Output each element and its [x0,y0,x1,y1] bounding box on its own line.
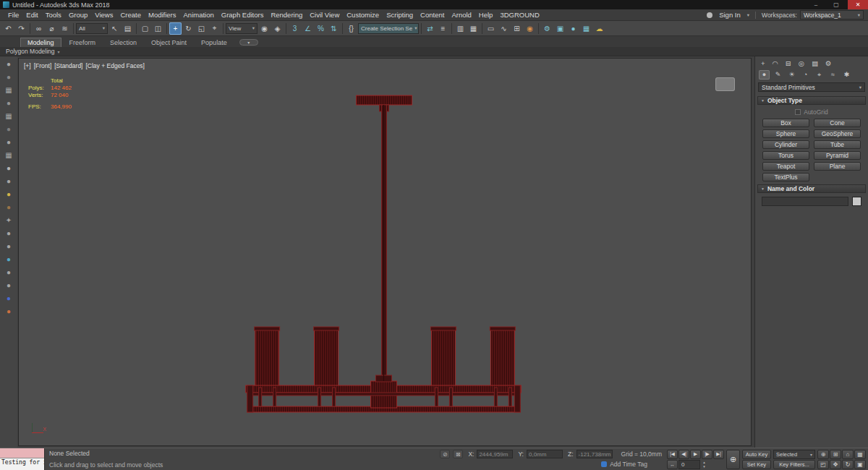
zoom-extents-icon[interactable]: ⌂ [842,450,854,459]
redo-icon[interactable]: ↷ [15,22,27,35]
menu-item-edit[interactable]: Edit [22,11,41,19]
primitive-button-cone[interactable]: Cone [814,119,861,127]
select-and-place-icon[interactable]: ⌖ [208,22,221,35]
tab-object-paint[interactable]: Object Paint [145,38,193,47]
left-toolbar-button[interactable] [4,215,14,225]
object-color-swatch[interactable] [852,197,861,206]
left-toolbar-button[interactable] [4,111,14,121]
primitive-button-textplus[interactable]: TextPlus [762,173,809,181]
menu-item-modifiers[interactable]: Modifiers [145,11,180,19]
y-coordinate-field[interactable]: 0,0mm [527,450,563,458]
current-frame-field[interactable]: 0 [678,460,700,469]
viewport-menu-general[interactable]: [+] [24,62,31,69]
primitive-button-cylinder[interactable]: Cylinder [762,140,809,149]
isolate-selection-icon[interactable]: ⊘ [440,450,450,458]
left-toolbar-button[interactable] [4,85,14,95]
spacewarps-category-icon[interactable]: ≈ [827,70,838,80]
add-time-tag-button[interactable]: Add Time Tag [601,461,647,468]
left-toolbar-button[interactable] [4,228,14,238]
menu-item-scripting[interactable]: Scripting [383,11,417,19]
z-coordinate-field[interactable]: -121,738mm [576,450,613,458]
menu-item-rendering[interactable]: Rendering [267,11,306,19]
viewport-menu-pov[interactable]: [Front] [34,62,52,69]
systems-category-icon[interactable]: ✱ [841,70,852,80]
menu-item-tools[interactable]: Tools [42,11,65,19]
zoom-icon[interactable]: ⊕ [817,450,829,459]
percent-snap-icon[interactable]: % [315,22,327,35]
lights-category-icon[interactable]: ☀ [786,70,797,80]
left-toolbar-button[interactable] [4,254,14,264]
set-key-button[interactable]: Set Key [742,460,771,469]
autogrid-checkbox[interactable] [795,109,801,115]
left-toolbar-button[interactable] [4,280,14,290]
left-toolbar-button[interactable] [4,72,14,82]
key-filters-button[interactable]: Key Filters... [773,460,815,469]
polygon-modeling-panel[interactable]: Polygon Modeling [6,48,55,55]
select-object-icon[interactable]: ↖ [109,22,121,35]
menu-item-create[interactable]: Create [116,11,145,19]
spinner-snap-icon[interactable]: ⇅ [328,22,340,35]
angle-snap-icon[interactable]: ∠ [302,22,314,35]
next-frame-button[interactable]: |▶ [702,450,712,459]
zoom-all-icon[interactable]: ⊞ [830,450,841,459]
auto-key-button[interactable]: Auto Key [742,450,771,459]
tab-populate[interactable]: Populate [195,38,234,47]
minimize-button[interactable]: – [807,0,825,9]
left-toolbar-button[interactable] [4,189,14,199]
select-and-manipulate-icon[interactable]: ◈ [271,22,284,35]
select-and-link-icon[interactable]: ∞ [33,22,45,35]
left-toolbar-button[interactable] [4,137,14,147]
spinner-down-icon[interactable]: ▾ [703,464,705,469]
ribbon-toggle-icon[interactable]: ▭ [485,22,497,35]
go-to-start-button[interactable]: |◀ [667,450,678,459]
curve-editor-icon[interactable]: ∿ [498,22,510,35]
tab-freeform[interactable]: Freeform [63,38,103,47]
motion-tab-icon[interactable]: ◎ [799,59,804,67]
primitive-category-dropdown[interactable]: Standard Primitives ▾ [758,82,865,92]
selection-lock-icon[interactable]: ⊠ [453,450,463,458]
menu-item-help[interactable]: Help [475,11,497,19]
helpers-category-icon[interactable]: ⌖ [814,70,825,80]
ribbon-display-toggle[interactable]: ▾ [239,39,258,46]
reference-coordinate-dropdown[interactable]: View ▾ [226,23,258,34]
orbit-icon[interactable]: ↻ [842,460,854,469]
macro-recorder-pane[interactable] [0,448,44,458]
frame-spinner[interactable]: ▴ ▾ [701,460,707,469]
undo-icon[interactable]: ↶ [2,22,14,35]
create-tab-icon[interactable]: + [761,59,765,67]
close-button[interactable]: ✕ [848,0,868,9]
select-by-name-icon[interactable]: ▤ [122,22,134,35]
window-crossing-icon[interactable]: ◫ [152,22,164,35]
left-toolbar-button[interactable] [4,293,14,303]
menu-item-graph-editors[interactable]: Graph Editors [218,11,268,19]
select-and-scale-icon[interactable]: ◱ [195,22,208,35]
menu-item-animation[interactable]: Animation [180,11,218,19]
unlink-selection-icon[interactable]: ⌀ [46,22,58,35]
left-toolbar-button[interactable] [4,98,14,108]
display-tab-icon[interactable]: ▤ [812,59,818,67]
menu-item-civil-view[interactable]: Civil View [306,11,343,19]
cameras-category-icon[interactable]: ◔ [800,70,811,80]
layer-explorer-icon[interactable]: ▦ [467,22,480,35]
shapes-category-icon[interactable]: ✎ [773,70,783,80]
sign-in-button[interactable]: Sign In [715,11,744,19]
primitive-button-box[interactable]: Box [762,119,809,127]
mirror-icon[interactable]: ⇄ [424,22,436,35]
primitive-button-tube[interactable]: Tube [814,140,861,149]
play-button[interactable]: ▶ [690,450,701,459]
left-toolbar-button[interactable] [4,176,14,186]
left-toolbar-button[interactable] [4,124,14,134]
primitive-button-teapot[interactable]: Teapot [762,162,809,171]
listener-pane[interactable]: Testing for i [0,458,44,470]
maxscript-mini-listener[interactable]: Testing for i [0,448,45,470]
left-toolbar-button[interactable] [4,241,14,251]
primitive-button-torus[interactable]: Torus [762,151,809,160]
pan-icon[interactable]: ✥ [830,460,841,469]
key-mode-toggle[interactable]: ↔ [667,460,678,469]
set-keys-button[interactable]: ⊕ [726,450,740,469]
left-toolbar-button[interactable] [4,202,14,212]
workspace-dropdown[interactable]: Workspace_1 ▾ [800,10,864,20]
select-and-move-icon[interactable]: + [169,22,182,35]
use-center-icon[interactable]: ◉ [258,22,271,35]
render-setup-icon[interactable]: ⚙ [541,22,553,35]
